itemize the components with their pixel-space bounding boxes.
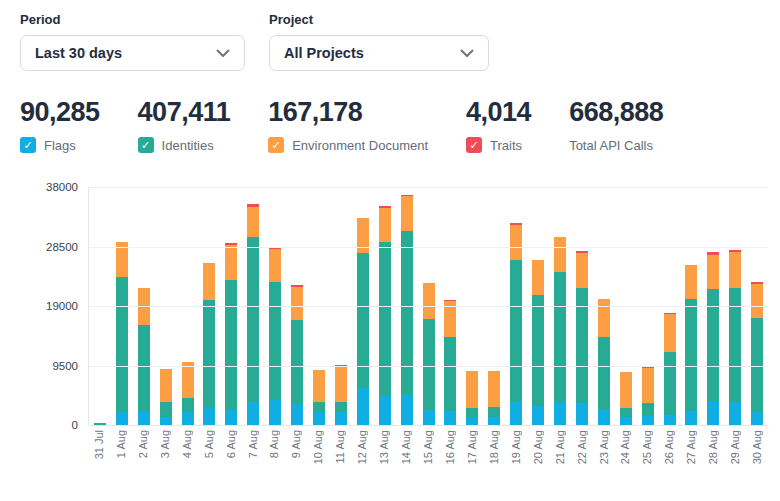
x-label-column: 25 Aug <box>636 430 658 464</box>
x-label-column: 1 Aug <box>110 430 132 464</box>
stat-label: Total API Calls <box>569 138 653 153</box>
legend-checkbox[interactable]: ✓ <box>20 137 36 153</box>
x-label-column: 10 Aug <box>307 430 329 464</box>
plot-wrap: 31 Jul1 Aug2 Aug3 Aug4 Aug5 Aug6 Aug7 Au… <box>88 187 768 464</box>
x-tick-label: 12 Aug <box>356 430 368 464</box>
bar-segment-flags <box>444 411 456 425</box>
bar-stack <box>685 265 697 425</box>
bar-segment-environment-document <box>620 372 632 408</box>
y-axis: 09500190002850038000 <box>20 187 88 425</box>
bar-segment-flags <box>598 410 610 425</box>
x-tick-label: 7 Aug <box>247 430 259 458</box>
bar-segment-identities <box>160 402 172 416</box>
stat-block: 668,888Total API Calls <box>569 97 663 153</box>
api-usage-chart: 09500190002850038000 31 Jul1 Aug2 Aug3 A… <box>20 187 768 464</box>
x-tick-label: 14 Aug <box>400 430 412 464</box>
legend-checkbox[interactable]: ✓ <box>138 137 154 153</box>
gridline <box>89 187 768 188</box>
x-label-column: 21 Aug <box>549 430 571 464</box>
bar-stack <box>532 260 544 425</box>
bar-segment-identities <box>664 352 676 415</box>
bar-stack <box>488 371 500 425</box>
bar-stack <box>247 204 259 425</box>
bar-segment-identities <box>620 408 632 416</box>
bar-segment-environment-document <box>642 368 654 403</box>
bar-stack <box>182 362 194 425</box>
stat-value: 4,014 <box>466 97 531 128</box>
bar-segment-identities <box>291 320 303 405</box>
bar-stack <box>729 250 741 425</box>
bar-segment-environment-document <box>247 207 259 237</box>
project-select[interactable]: All Projects <box>269 35 489 71</box>
bar-segment-environment-document <box>291 287 303 320</box>
legend-checkbox[interactable]: ✓ <box>268 137 284 153</box>
bar-segment-identities <box>335 402 347 412</box>
bar-stack <box>269 247 281 425</box>
stat-label: Flags <box>44 138 76 153</box>
x-label-column: 2 Aug <box>132 430 154 464</box>
bar-segment-identities <box>729 288 741 402</box>
period-select[interactable]: Last 30 days <box>20 35 245 71</box>
bar-segment-environment-document <box>707 255 719 289</box>
plot-area <box>88 187 768 425</box>
x-tick-label: 15 Aug <box>422 430 434 464</box>
x-label-column: 28 Aug <box>702 430 724 464</box>
bar-segment-environment-document <box>729 252 741 288</box>
bar-segment-identities <box>423 319 435 410</box>
bar-segment-identities <box>510 260 522 403</box>
bar-segment-identities <box>444 337 456 412</box>
stat-label-row: Total API Calls <box>569 137 663 153</box>
project-filter: Project All Projects <box>269 12 489 71</box>
bar-stack <box>401 195 413 425</box>
bar-segment-environment-document <box>576 253 588 288</box>
x-label-column: 6 Aug <box>220 430 242 464</box>
bar-stack <box>642 367 654 425</box>
bar-stack <box>225 243 237 425</box>
project-label: Project <box>269 12 489 27</box>
x-label-column: 29 Aug <box>724 430 746 464</box>
x-tick-label: 24 Aug <box>619 430 631 464</box>
x-tick-label: 28 Aug <box>707 430 719 464</box>
bar-segment-environment-document <box>335 367 347 402</box>
period-label: Period <box>20 12 245 27</box>
stat-block: 90,285✓Flags <box>20 97 100 153</box>
x-tick-label: 8 Aug <box>268 430 280 458</box>
bar-segment-environment-document <box>488 371 500 407</box>
bar-stack <box>444 300 456 425</box>
x-label-column: 8 Aug <box>264 430 286 464</box>
x-label-column: 5 Aug <box>198 430 220 464</box>
x-tick-label: 16 Aug <box>444 430 456 464</box>
bar-segment-environment-document <box>379 208 391 242</box>
legend-checkbox[interactable]: ✓ <box>466 137 482 153</box>
bar-stack <box>335 365 347 425</box>
bar-segment-identities <box>532 295 544 406</box>
x-tick-label: 13 Aug <box>378 430 390 464</box>
bar-stack <box>554 237 566 425</box>
bar-segment-flags <box>510 402 522 425</box>
x-label-column: 18 Aug <box>483 430 505 464</box>
bar-stack <box>313 370 325 425</box>
bar-segment-flags <box>379 396 391 425</box>
x-tick-label: 10 Aug <box>312 430 324 464</box>
bar-segment-flags <box>401 395 413 425</box>
x-tick-label: 26 Aug <box>663 430 675 464</box>
bar-segment-identities <box>116 277 128 412</box>
x-label-column: 13 Aug <box>373 430 395 464</box>
bar-stack <box>751 282 763 425</box>
x-label-column: 11 Aug <box>329 430 351 464</box>
x-label-column: 15 Aug <box>417 430 439 464</box>
x-tick-label: 31 Jul <box>93 430 105 459</box>
gridline <box>89 366 768 367</box>
bar-stack <box>203 263 215 425</box>
bar-stack <box>576 251 588 425</box>
x-label-column: 27 Aug <box>680 430 702 464</box>
x-label-column: 16 Aug <box>439 430 461 464</box>
x-label-column: 26 Aug <box>658 430 680 464</box>
bar-segment-environment-document <box>313 370 325 403</box>
bar-segment-environment-document <box>160 369 172 403</box>
stat-label-row: ✓Identities <box>138 137 231 153</box>
bar-segment-flags <box>620 417 632 425</box>
bar-segment-environment-document <box>685 265 697 299</box>
x-tick-label: 20 Aug <box>532 430 544 464</box>
bar-segment-identities <box>203 300 215 408</box>
